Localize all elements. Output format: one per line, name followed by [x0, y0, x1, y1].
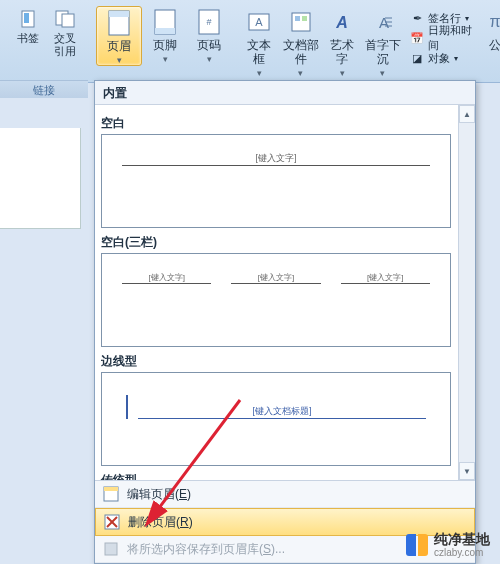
svg-rect-21 — [104, 487, 118, 491]
edit-header-menuitem[interactable]: 编辑页眉(E) — [95, 481, 475, 508]
datetime-button[interactable]: 📅 日期和时间 — [410, 28, 473, 48]
watermark: 纯净基地 czlaby.com — [406, 531, 490, 558]
placeholder-text: [键入文字] — [231, 272, 320, 284]
dropcap-button[interactable]: A 首字下沉 ▾ — [361, 6, 404, 78]
svg-text:A: A — [335, 14, 348, 31]
template-title: 空白(三栏) — [101, 234, 451, 251]
svg-rect-25 — [105, 543, 117, 555]
ribbon-group-headerfooter: 页眉 ▾ 页脚 ▾ # 页码 ▾ — [90, 2, 236, 82]
ribbon-group-text: A 文本框 ▾ 文档部件 ▾ A 艺术字 ▾ A 首字下沉 ▾ — [236, 2, 479, 82]
gallery-body[interactable]: ▲ ▼ 空白 [键入文字] 空白(三栏) [键入文字] [键入文字] [键入文字… — [95, 105, 475, 480]
pagenum-button[interactable]: # 页码 ▾ — [188, 6, 230, 64]
placeholder-text: [键入文字] — [122, 272, 211, 284]
ribbon-insert-tab: 书签 交叉 引用 页眉 ▾ 页脚 ▾ # 页码 — [0, 0, 500, 83]
watermark-url: czlaby.com — [434, 547, 490, 558]
chevron-down-icon: ▾ — [298, 68, 303, 78]
equation-icon: π — [489, 8, 500, 36]
header-gallery-dropdown: 内置 ▲ ▼ 空白 [键入文字] 空白(三栏) [键入文字] [键入文字] [键… — [94, 80, 476, 564]
watermark-logo-icon — [406, 534, 428, 556]
quickparts-icon — [290, 8, 312, 36]
textbox-label: 文本框 — [242, 38, 276, 66]
header-label: 页眉 — [107, 39, 131, 53]
bookmark-button[interactable]: 书签 — [10, 6, 46, 45]
ribbon-group-links: 书签 交叉 引用 — [4, 2, 90, 82]
remove-header-icon — [104, 514, 120, 530]
ribbon-group-symbols-cut: π 公 — [479, 2, 500, 82]
pagenum-label: 页码 — [197, 38, 221, 52]
dropcap-label: 首字下沉 — [361, 38, 404, 66]
equation-label: 公 — [489, 38, 500, 52]
footer-button[interactable]: 页脚 ▾ — [144, 6, 186, 64]
ribbon-mini-stack: ✒ 签名行 ▾ 📅 日期和时间 ◪ 对象 ▾ — [410, 6, 473, 68]
gallery-scrollbar[interactable]: ▲ ▼ — [458, 105, 475, 480]
sideline-bar-icon — [126, 395, 132, 419]
textbox-button[interactable]: A 文本框 ▾ — [242, 6, 276, 78]
bookmark-icon — [19, 8, 37, 30]
template-title: 边线型 — [101, 353, 451, 370]
quickparts-label: 文档部件 — [278, 38, 323, 66]
chevron-down-icon: ▾ — [465, 14, 469, 23]
chevron-down-icon: ▾ — [117, 55, 122, 65]
dropcap-icon: A — [372, 8, 394, 36]
datetime-icon: 📅 — [410, 31, 424, 45]
svg-rect-5 — [109, 11, 129, 17]
footer-icon — [153, 8, 177, 36]
wordart-icon: A — [331, 8, 353, 36]
chevron-down-icon: ▾ — [340, 68, 345, 78]
placeholder-text: [键入文档标题] — [138, 405, 426, 419]
signature-icon: ✒ — [410, 11, 424, 25]
header-button[interactable]: 页眉 ▾ — [96, 6, 142, 66]
wordart-button[interactable]: A 艺术字 ▾ — [325, 6, 359, 78]
footer-label: 页脚 — [153, 38, 177, 52]
watermark-brand: 纯净基地 — [434, 531, 490, 547]
quickparts-button[interactable]: 文档部件 ▾ — [278, 6, 323, 78]
edit-header-label: 编辑页眉(E) — [127, 486, 191, 503]
template-item-blank-3col[interactable]: [键入文字] [键入文字] [键入文字] — [101, 253, 451, 347]
template-item-sideline[interactable]: [键入文档标题] — [101, 372, 451, 466]
svg-rect-1 — [24, 13, 29, 23]
bookmark-label: 书签 — [17, 32, 39, 45]
chevron-down-icon: ▾ — [207, 54, 212, 64]
chevron-down-icon: ▾ — [163, 54, 168, 64]
equation-button-cut[interactable]: π 公 — [485, 6, 500, 52]
svg-rect-3 — [62, 14, 74, 27]
crossref-label: 交叉 引用 — [54, 32, 76, 58]
placeholder-text: [键入文字] — [341, 272, 430, 284]
template-title: 空白 — [101, 115, 451, 132]
wordart-label: 艺术字 — [325, 38, 359, 66]
svg-rect-14 — [302, 16, 307, 21]
placeholder-text: [键入文字] — [255, 152, 296, 165]
document-page-edge — [0, 128, 81, 229]
header-icon — [107, 9, 131, 37]
crossref-icon — [55, 8, 75, 30]
chevron-down-icon: ▾ — [454, 54, 458, 63]
ribbon-group-label-links: 链接 — [0, 80, 88, 99]
chevron-down-icon: ▾ — [257, 68, 262, 78]
chevron-down-icon: ▾ — [380, 68, 385, 78]
svg-text:A: A — [256, 16, 264, 28]
save-icon — [103, 541, 119, 557]
template-item-blank[interactable]: [键入文字] — [101, 134, 451, 228]
remove-header-label: 删除页眉(R) — [128, 514, 193, 531]
object-icon: ◪ — [410, 51, 424, 65]
gallery-section-builtin: 内置 — [95, 81, 475, 105]
textbox-icon: A — [248, 8, 270, 36]
svg-rect-7 — [155, 28, 175, 34]
svg-rect-12 — [292, 13, 310, 31]
template-title: 传统型 — [101, 472, 451, 480]
object-label: 对象 — [428, 51, 450, 66]
scroll-up-button[interactable]: ▲ — [459, 105, 475, 123]
crossref-button[interactable]: 交叉 引用 — [46, 6, 84, 58]
object-button[interactable]: ◪ 对象 ▾ — [410, 48, 473, 68]
svg-text:#: # — [206, 17, 211, 27]
edit-header-icon — [103, 486, 119, 502]
save-to-gallery-label: 将所选内容保存到页眉库(S)... — [127, 541, 285, 558]
scroll-down-button[interactable]: ▼ — [459, 462, 475, 480]
pagenum-icon: # — [197, 8, 221, 36]
svg-rect-13 — [295, 16, 300, 21]
